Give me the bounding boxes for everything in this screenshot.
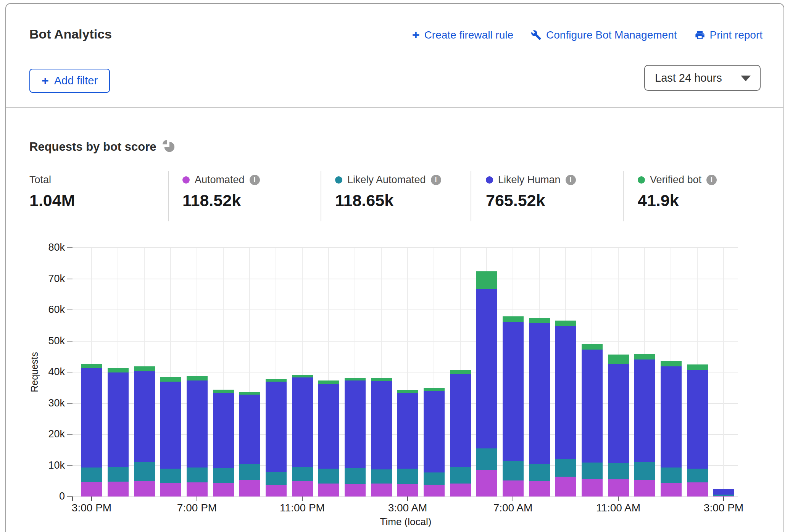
plus-icon: + xyxy=(412,30,420,40)
bar-segment-likely-automated xyxy=(476,448,497,470)
create-firewall-rule-link[interactable]: + Create firewall rule xyxy=(412,29,513,41)
bar-segment-verified-bot xyxy=(292,375,313,377)
x-axis-tick xyxy=(91,497,92,501)
bar-segment-verified-bot xyxy=(529,318,550,323)
bar-segment-likely-automated xyxy=(187,468,208,482)
bar-segment-likely-automated xyxy=(503,461,524,480)
y-grid-line xyxy=(73,341,738,342)
bar-segment-likely-automated xyxy=(582,463,603,479)
bar-segment-likely-human xyxy=(81,368,102,468)
bar-segment-likely-human xyxy=(661,366,682,468)
bar-segment-verified-bot xyxy=(582,344,603,350)
bar-segment-likely-automated xyxy=(266,472,287,485)
stat-likely-human-value: 765.52k xyxy=(486,191,576,210)
bar-segment-automated xyxy=(687,482,708,497)
stat-automated-label: Automated xyxy=(195,174,245,186)
bar-segment-automated xyxy=(187,482,208,497)
info-icon[interactable]: i xyxy=(250,175,260,185)
stat-verified-bot: Verified bot i 41.9k xyxy=(638,174,717,210)
bar-segment-verified-bot xyxy=(371,378,392,381)
x-tick-label: 7:00 AM xyxy=(479,502,547,514)
legend-dot-automated xyxy=(182,176,190,184)
y-axis-tick xyxy=(67,496,73,497)
bar-segment-verified-bot xyxy=(81,364,102,368)
bar-segment-likely-automated xyxy=(134,462,155,481)
info-icon[interactable]: i xyxy=(431,175,441,185)
stat-divider xyxy=(321,171,321,221)
chevron-down-icon xyxy=(741,76,751,81)
stat-likely-automated-label: Likely Automated xyxy=(347,174,426,186)
bar-segment-verified-bot xyxy=(108,368,129,372)
x-axis-tick xyxy=(407,497,408,501)
x-axis-tick xyxy=(302,497,303,501)
x-tick-label: 11:00 AM xyxy=(584,502,653,514)
stat-likely-human: Likely Human i 765.52k xyxy=(486,174,576,210)
configure-bot-management-link[interactable]: Configure Bot Management xyxy=(531,29,677,41)
time-range-select[interactable]: Last 24 hours xyxy=(644,65,761,91)
bar-segment-automated xyxy=(239,480,260,497)
print-report-link[interactable]: Print report xyxy=(695,29,763,41)
bar-segment-likely-human xyxy=(529,323,550,464)
x-axis-title: Time (local) xyxy=(380,516,432,528)
add-filter-button[interactable]: + Add filter xyxy=(29,69,110,93)
stat-automated-value: 118.52k xyxy=(182,191,260,210)
bar-segment-likely-automated xyxy=(108,467,129,482)
page-title: Bot Analytics xyxy=(29,27,112,42)
bar-segment-verified-bot xyxy=(476,271,497,289)
bar-segment-likely-automated xyxy=(397,469,418,484)
bar-segment-likely-human xyxy=(134,371,155,462)
bar-segment-automated xyxy=(397,484,418,497)
bar-segment-likely-human xyxy=(345,380,366,468)
bar-segment-verified-bot xyxy=(345,378,366,380)
bar-segment-likely-human xyxy=(318,384,339,469)
y-grid-line xyxy=(73,279,738,279)
bar-segment-likely-human xyxy=(687,370,708,469)
bar-segment-verified-bot xyxy=(687,364,708,370)
bar-segment-automated xyxy=(529,481,550,497)
y-tick-label: 60k xyxy=(19,304,65,316)
legend-dot-likely-automated xyxy=(335,176,342,184)
bar-segment-automated xyxy=(450,484,471,497)
stat-likely-automated: Likely Automated i 118.65k xyxy=(335,174,441,210)
bar-segment-likely-human xyxy=(450,374,471,467)
bar-segment-likely-human xyxy=(634,360,655,462)
section-title: Requests by bot score xyxy=(29,140,175,154)
bar-segment-verified-bot xyxy=(213,390,234,393)
stat-total-value: 1.04M xyxy=(29,191,75,210)
stat-likely-human-label: Likely Human xyxy=(498,174,561,186)
bar-segment-likely-human xyxy=(424,391,445,472)
y-grid-line xyxy=(73,247,738,248)
y-axis-tick xyxy=(67,403,73,404)
bar-segment-automated xyxy=(555,477,576,497)
bar-segment-verified-bot xyxy=(424,388,445,391)
x-tick-label: 3:00 PM xyxy=(57,502,126,514)
bar-segment-likely-automated xyxy=(371,469,392,484)
x-axis-tick xyxy=(72,497,73,501)
bar-segment-likely-human xyxy=(371,381,392,469)
create-firewall-rule-label: Create firewall rule xyxy=(424,29,513,41)
y-axis-tick xyxy=(67,341,73,342)
bar-segment-likely-automated xyxy=(713,495,734,496)
info-icon[interactable]: i xyxy=(566,175,576,185)
stat-verified-bot-value: 41.9k xyxy=(638,191,717,210)
y-axis-tick xyxy=(67,279,73,279)
bar-segment-likely-human xyxy=(397,393,418,469)
y-tick-label: 10k xyxy=(19,459,65,471)
bar-segment-likely-human xyxy=(582,350,603,463)
y-tick-label: 30k xyxy=(19,397,65,409)
bar-segment-verified-bot xyxy=(634,354,655,360)
y-axis-tick xyxy=(67,434,73,435)
y-tick-label: 70k xyxy=(19,273,65,285)
stat-divider xyxy=(471,171,471,221)
bar-segment-automated xyxy=(661,483,682,497)
info-icon[interactable]: i xyxy=(706,175,717,185)
stat-divider xyxy=(168,171,169,221)
bar-segment-verified-bot xyxy=(661,361,682,366)
stat-total: Total 1.04M xyxy=(29,174,75,210)
bar-segment-automated xyxy=(503,480,524,497)
bar-segment-verified-bot xyxy=(266,379,287,382)
x-axis-tick xyxy=(513,497,513,501)
y-axis-tick xyxy=(67,465,73,466)
bar-segment-likely-automated xyxy=(687,469,708,482)
bar-segment-likely-automated xyxy=(81,468,102,482)
